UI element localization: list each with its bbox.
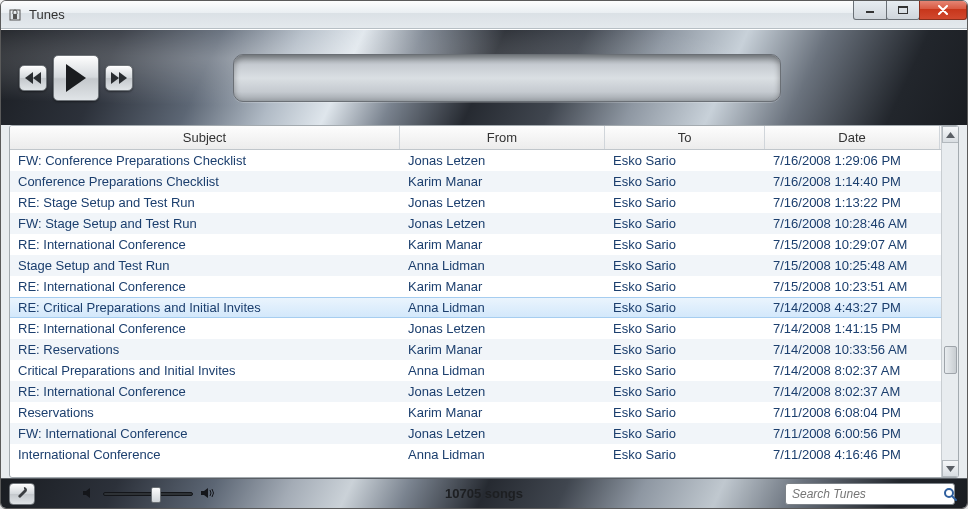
scroll-down-button[interactable] <box>942 460 959 477</box>
close-button[interactable] <box>919 0 967 20</box>
table-row[interactable]: Stage Setup and Test RunAnna LidmanEsko … <box>10 255 941 276</box>
cell-subject: FW: International Conference <box>10 426 400 441</box>
search-box[interactable] <box>785 483 955 505</box>
cell-date: 7/15/2008 10:25:48 AM <box>765 258 940 273</box>
table-row[interactable]: RE: International ConferenceJonas Letzen… <box>10 381 941 402</box>
cell-date: 7/15/2008 10:23:51 AM <box>765 279 940 294</box>
svg-marker-12 <box>83 488 90 498</box>
cell-from: Karim Manar <box>400 342 605 357</box>
cell-date: 7/16/2008 10:28:46 AM <box>765 216 940 231</box>
cell-from: Anna Lidman <box>400 447 605 462</box>
vertical-scrollbar[interactable] <box>941 126 958 477</box>
cell-subject: RE: International Conference <box>10 237 400 252</box>
svg-marker-13 <box>201 488 208 498</box>
volume-slider[interactable] <box>103 492 193 496</box>
cell-subject: FW: Stage Setup and Test Run <box>10 216 400 231</box>
scroll-thumb[interactable] <box>944 346 957 374</box>
cell-from: Jonas Letzen <box>400 195 605 210</box>
wrench-icon <box>15 485 29 502</box>
table-row[interactable]: RE: International ConferenceKarim ManarE… <box>10 276 941 297</box>
scroll-up-button[interactable] <box>942 126 959 143</box>
table-row[interactable]: International ConferenceAnna LidmanEsko … <box>10 444 941 465</box>
grid-body: FW: Conference Preparations ChecklistJon… <box>10 150 941 477</box>
search-input[interactable] <box>792 487 943 501</box>
titlebar: Tunes <box>1 1 967 29</box>
cell-from: Karim Manar <box>400 279 605 294</box>
settings-button[interactable] <box>9 483 35 505</box>
now-playing-display <box>233 54 781 102</box>
data-grid: Subject From To Date FW: Conference Prep… <box>10 126 941 477</box>
cell-to: Esko Sario <box>605 195 765 210</box>
svg-marker-7 <box>66 64 86 92</box>
window-title: Tunes <box>29 7 65 22</box>
volume-low-icon <box>83 486 95 501</box>
svg-marker-9 <box>119 72 127 84</box>
cell-to: Esko Sario <box>605 216 765 231</box>
cell-date: 7/16/2008 1:13:22 PM <box>765 195 940 210</box>
app-window: Tunes <box>0 0 968 509</box>
content-area: Subject From To Date FW: Conference Prep… <box>9 125 959 478</box>
maximize-button[interactable] <box>886 0 920 20</box>
grid-header: Subject From To Date <box>10 126 941 150</box>
cell-date: 7/14/2008 4:43:27 PM <box>765 300 940 315</box>
next-button[interactable] <box>105 65 133 91</box>
column-header-from[interactable]: From <box>400 126 605 149</box>
cell-from: Jonas Letzen <box>400 216 605 231</box>
cell-to: Esko Sario <box>605 384 765 399</box>
cell-from: Karim Manar <box>400 237 605 252</box>
cell-to: Esko Sario <box>605 300 765 315</box>
table-row[interactable]: RE: Stage Setup and Test RunJonas Letzen… <box>10 192 941 213</box>
table-row[interactable]: FW: International ConferenceJonas Letzen… <box>10 423 941 444</box>
cell-to: Esko Sario <box>605 279 765 294</box>
search-icon <box>943 487 957 501</box>
cell-from: Anna Lidman <box>400 300 605 315</box>
svg-marker-11 <box>946 466 955 472</box>
table-row[interactable]: RE: Critical Preparations and Initial In… <box>10 297 941 318</box>
play-button[interactable] <box>53 55 99 101</box>
table-row[interactable]: FW: Stage Setup and Test RunJonas Letzen… <box>10 213 941 234</box>
cell-from: Anna Lidman <box>400 363 605 378</box>
table-row[interactable]: Conference Preparations ChecklistKarim M… <box>10 171 941 192</box>
volume-control <box>83 486 215 501</box>
cell-from: Anna Lidman <box>400 258 605 273</box>
cell-from: Jonas Letzen <box>400 321 605 336</box>
window-controls <box>854 0 967 20</box>
cell-subject: RE: Critical Preparations and Initial In… <box>10 300 400 315</box>
cell-subject: RE: International Conference <box>10 279 400 294</box>
column-header-to[interactable]: To <box>605 126 765 149</box>
table-row[interactable]: RE: ReservationsKarim ManarEsko Sario7/1… <box>10 339 941 360</box>
table-row[interactable]: FW: Conference Preparations ChecklistJon… <box>10 150 941 171</box>
cell-to: Esko Sario <box>605 405 765 420</box>
cell-date: 7/11/2008 4:16:46 PM <box>765 447 940 462</box>
cell-subject: Conference Preparations Checklist <box>10 174 400 189</box>
minimize-button[interactable] <box>853 0 887 20</box>
table-row[interactable]: RE: International ConferenceKarim ManarE… <box>10 234 941 255</box>
column-header-date[interactable]: Date <box>765 126 940 149</box>
cell-from: Karim Manar <box>400 174 605 189</box>
table-row[interactable]: ReservationsKarim ManarEsko Sario7/11/20… <box>10 402 941 423</box>
svg-rect-4 <box>898 6 908 8</box>
volume-thumb[interactable] <box>151 487 161 503</box>
cell-date: 7/15/2008 10:29:07 AM <box>765 237 940 252</box>
previous-button[interactable] <box>19 65 47 91</box>
cell-to: Esko Sario <box>605 258 765 273</box>
cell-subject: International Conference <box>10 447 400 462</box>
cell-subject: RE: Stage Setup and Test Run <box>10 195 400 210</box>
cell-from: Karim Manar <box>400 405 605 420</box>
cell-date: 7/16/2008 1:29:06 PM <box>765 153 940 168</box>
svg-rect-1 <box>13 14 17 19</box>
cell-to: Esko Sario <box>605 363 765 378</box>
transport-controls <box>19 55 133 101</box>
svg-line-15 <box>952 496 956 500</box>
cell-subject: Critical Preparations and Initial Invite… <box>10 363 400 378</box>
svg-marker-6 <box>33 72 41 84</box>
cell-subject: RE: Reservations <box>10 342 400 357</box>
cell-date: 7/14/2008 8:02:37 AM <box>765 384 940 399</box>
column-header-subject[interactable]: Subject <box>10 126 400 149</box>
table-row[interactable]: RE: International ConferenceJonas Letzen… <box>10 318 941 339</box>
volume-high-icon <box>201 486 215 501</box>
table-row[interactable]: Critical Preparations and Initial Invite… <box>10 360 941 381</box>
cell-date: 7/16/2008 1:14:40 PM <box>765 174 940 189</box>
svg-marker-5 <box>25 72 33 84</box>
cell-from: Jonas Letzen <box>400 153 605 168</box>
